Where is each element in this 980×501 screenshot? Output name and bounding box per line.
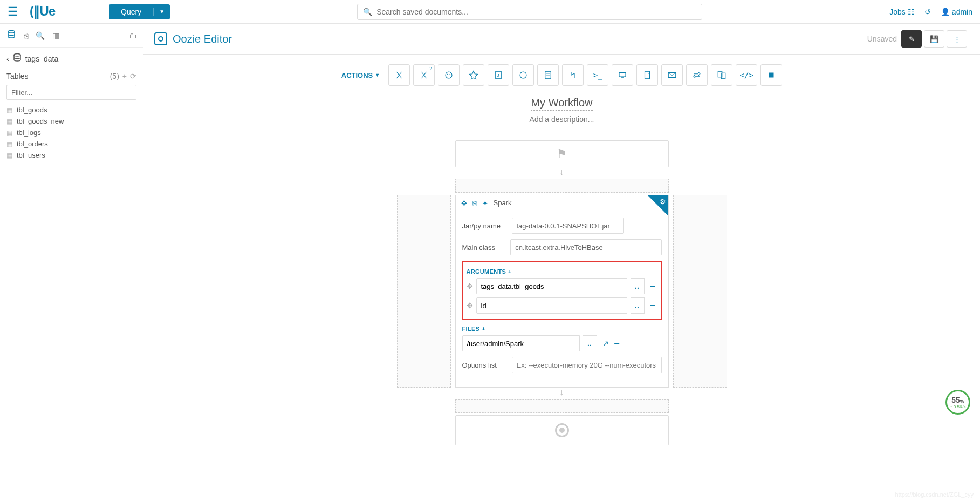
end-node[interactable] — [455, 415, 669, 445]
caret-down-icon: ▼ — [375, 72, 380, 78]
speed-widget[interactable]: 55% ↑ 0.5K/s — [945, 390, 970, 415]
drop-zone[interactable] — [455, 179, 669, 193]
drag-icon[interactable]: ✥ — [467, 282, 473, 290]
action-mapreduce[interactable] — [537, 64, 559, 86]
zoom-icon[interactable]: 🔍 — [36, 31, 45, 40]
history-icon[interactable]: ↺ — [924, 8, 931, 16]
action-hive[interactable] — [388, 64, 410, 86]
table-icon: ▦ — [6, 140, 12, 148]
mainclass-input[interactable] — [510, 239, 661, 255]
folder-icon[interactable]: 🗀 — [129, 31, 136, 40]
svg-text:(‖Ue: (‖Ue — [30, 4, 56, 19]
table-item[interactable]: ▦tbl_users — [6, 150, 136, 161]
more-button[interactable]: ⋮ — [947, 30, 967, 48]
action-java[interactable]: J — [488, 64, 509, 86]
table-name: tbl_goods_new — [17, 117, 64, 125]
jarpy-input[interactable] — [512, 218, 624, 234]
move-icon[interactable]: ✥ — [461, 199, 467, 207]
list-icon: ☷ — [908, 8, 915, 16]
table-item[interactable]: ▦tbl_orders — [6, 138, 136, 150]
argument-input[interactable] — [476, 278, 627, 294]
edit-button[interactable]: ✎ — [901, 30, 922, 48]
table-icon: ▦ — [6, 129, 12, 137]
oozie-icon — [154, 32, 167, 45]
arrow-down-icon: ↓ — [559, 387, 564, 398]
action-subworkflow[interactable] — [562, 64, 584, 86]
plus-icon[interactable]: + — [508, 268, 512, 275]
arguments-section: ARGUMENTS + — [467, 268, 657, 275]
workflow-description[interactable]: Add a description... — [530, 115, 594, 124]
caret-down-icon[interactable]: ▼ — [154, 9, 170, 15]
query-button[interactable]: Query ▼ — [109, 4, 170, 19]
grid-icon[interactable]: ▦ — [52, 31, 59, 40]
svg-point-2 — [14, 54, 20, 57]
breadcrumb[interactable]: ‹ tags_data — [0, 48, 143, 70]
drag-icon[interactable]: ✥ — [467, 301, 473, 310]
arrow-down-icon: ↓ — [559, 166, 564, 178]
chevron-left-icon[interactable]: ‹ — [6, 55, 9, 63]
action-hive2[interactable]: 2 — [413, 64, 435, 86]
action-fs[interactable] — [636, 64, 658, 86]
workflow-title[interactable]: My Workflow — [531, 97, 592, 111]
remove-icon[interactable]: − — [612, 338, 622, 349]
table-item[interactable]: ▦tbl_logs — [6, 127, 136, 138]
external-link-icon[interactable]: ↗ — [602, 339, 609, 348]
svg-point-5 — [450, 74, 451, 75]
action-shell[interactable]: >_ — [587, 64, 608, 86]
svg-point-1 — [8, 31, 15, 33]
actions-label[interactable]: ACTIONS ▼ — [341, 71, 380, 79]
action-streaming[interactable] — [686, 64, 708, 86]
start-node[interactable]: ⚑ — [455, 140, 669, 167]
table-list: ▦tbl_goods ▦tbl_goods_new ▦tbl_logs ▦tbl… — [0, 104, 143, 161]
table-icon: ▦ — [6, 118, 12, 125]
query-button-label: Query — [109, 8, 154, 16]
arguments-label: ARGUMENTS — [467, 268, 506, 275]
table-item[interactable]: ▦tbl_goods_new — [6, 116, 136, 127]
copy-icon[interactable]: ⎘ — [472, 199, 477, 207]
svg-text:J: J — [497, 73, 499, 78]
drop-zone-left[interactable] — [397, 195, 451, 388]
user-menu[interactable]: 👤 admin — [941, 8, 972, 16]
argument-row: ✥ .. − — [467, 297, 657, 314]
search-box[interactable]: 🔍 — [357, 4, 702, 20]
browse-button[interactable]: .. — [583, 335, 597, 351]
search-icon: 🔍 — [363, 8, 372, 16]
browse-button[interactable]: .. — [631, 278, 645, 294]
file-row: .. ↗ − — [462, 335, 662, 351]
action-generic[interactable]: </> — [736, 64, 757, 86]
plus-icon[interactable]: + — [122, 72, 127, 80]
action-email[interactable] — [661, 64, 683, 86]
plus-icon[interactable]: + — [482, 326, 485, 332]
remove-icon[interactable]: − — [648, 281, 657, 292]
drop-zone-right[interactable] — [673, 195, 727, 388]
save-button[interactable]: 💾 — [924, 30, 944, 48]
table-item[interactable]: ▦tbl_goods — [6, 104, 136, 116]
remove-icon[interactable]: − — [648, 300, 657, 312]
options-input[interactable] — [512, 357, 662, 373]
drop-zone[interactable] — [455, 399, 669, 413]
action-sqoop[interactable] — [512, 64, 534, 86]
copy-icon[interactable]: ⎘ — [24, 31, 28, 40]
browse-button[interactable]: .. — [631, 297, 645, 314]
options-row: Options list — [462, 357, 662, 373]
action-kill[interactable] — [760, 64, 782, 86]
user-label: admin — [952, 8, 972, 16]
breadcrumb-label: tags_data — [25, 55, 59, 63]
db-icon[interactable] — [6, 30, 16, 41]
filter-input[interactable] — [6, 85, 136, 100]
workflow-header: My Workflow Add a description... — [143, 91, 980, 140]
action-distcp[interactable] — [711, 64, 732, 86]
search-input[interactable] — [376, 8, 696, 16]
action-spark[interactable] — [463, 64, 484, 86]
spark-title[interactable]: Spark — [494, 199, 512, 207]
hue-logo[interactable]: (‖Ue — [28, 4, 77, 19]
action-ssh[interactable] — [612, 64, 633, 86]
files-section: FILES + — [462, 326, 662, 332]
argument-input[interactable] — [476, 297, 627, 314]
card-settings-corner[interactable]: ⚙ — [648, 195, 668, 216]
file-input[interactable] — [462, 335, 580, 351]
action-pig[interactable] — [438, 64, 460, 86]
jobs-link[interactable]: Jobs ☷ — [889, 8, 915, 16]
menu-icon[interactable]: ☰ — [8, 5, 18, 19]
refresh-icon[interactable]: ⟳ — [130, 72, 136, 80]
